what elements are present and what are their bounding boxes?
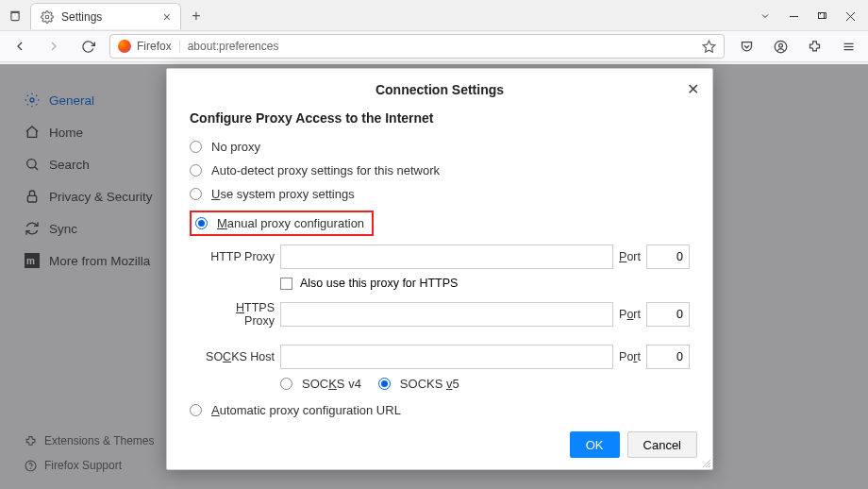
- firefox-brand: Firefox: [118, 40, 180, 53]
- https-proxy-input[interactable]: [280, 302, 613, 327]
- socks-host-row: SOCKS Host Port: [190, 341, 690, 373]
- option-no-proxy[interactable]: No proxy: [190, 135, 690, 159]
- socks-v4-option[interactable]: SOCKS v4: [280, 377, 361, 391]
- extensions-icon[interactable]: [802, 34, 826, 59]
- hamburger-menu-icon[interactable]: [836, 34, 860, 59]
- pocket-icon[interactable]: [734, 34, 759, 59]
- option-label: SOCKS v4: [302, 377, 361, 391]
- option-label: Auto-detect proxy settings for this netw…: [211, 163, 440, 177]
- https-port-input[interactable]: [646, 302, 690, 327]
- socks-host-input[interactable]: [280, 345, 613, 369]
- option-label: Use system proxy settings: [211, 187, 355, 201]
- option-auto-detect[interactable]: Auto-detect proxy settings for this netw…: [190, 159, 690, 182]
- https-proxy-label: HTTPS Proxy: [203, 301, 275, 328]
- option-use-system[interactable]: Use system proxy settings: [190, 182, 690, 206]
- url-text: about:preferences: [188, 40, 694, 53]
- close-icon[interactable]: ✕: [687, 80, 699, 98]
- option-label: Manual proxy configuration: [217, 216, 364, 230]
- ok-button[interactable]: OK: [570, 431, 620, 458]
- tab-row: Settings × +: [0, 0, 868, 30]
- http-port-input[interactable]: [646, 244, 690, 269]
- http-proxy-row: HTTP Proxy Port: [190, 241, 690, 273]
- maximize-button[interactable]: [808, 3, 836, 29]
- tab-close-icon[interactable]: ×: [163, 9, 171, 25]
- reload-button[interactable]: [75, 34, 100, 59]
- radio-selected-icon: [195, 217, 208, 229]
- brand-label: Firefox: [137, 40, 172, 53]
- browser-tab[interactable]: Settings ×: [30, 3, 181, 29]
- option-manual-proxy[interactable]: Manual proxy configuration: [190, 206, 690, 241]
- close-window-button[interactable]: [836, 3, 864, 29]
- minimize-button[interactable]: [779, 3, 808, 29]
- gear-icon: [41, 10, 54, 24]
- dialog-header: Connection Settings ✕: [167, 69, 712, 110]
- back-button[interactable]: [8, 34, 32, 59]
- port-label: Port: [619, 308, 641, 321]
- account-icon[interactable]: [768, 34, 793, 59]
- option-label: SOCKS v5: [400, 377, 459, 391]
- window-controls: [751, 3, 864, 29]
- socks-host-label: SOCKS Host: [203, 350, 275, 363]
- browser-chrome: Settings × + Firefox about:preferences: [0, 0, 868, 62]
- radio-icon: [190, 404, 202, 416]
- option-label: No proxy: [211, 140, 260, 154]
- tab-title: Settings: [61, 10, 156, 24]
- also-https-row[interactable]: Also use this proxy for HTTPS: [190, 273, 690, 297]
- highlight-box: Manual proxy configuration: [190, 211, 374, 236]
- connection-settings-dialog: Connection Settings ✕ Configure Proxy Ac…: [166, 68, 713, 470]
- option-label: Automatic proxy configuration URL: [211, 403, 401, 417]
- radio-icon: [190, 141, 202, 153]
- socks-v5-option[interactable]: SOCKS v5: [378, 377, 459, 391]
- svg-rect-0: [11, 13, 19, 21]
- radio-icon: [190, 164, 202, 177]
- checkbox-icon: [280, 278, 292, 290]
- http-proxy-label: HTTP Proxy: [203, 250, 275, 263]
- https-proxy-row: HTTPS Proxy Port: [190, 297, 690, 331]
- bookmark-star-icon[interactable]: [702, 40, 716, 54]
- checkbox-label: Also use this proxy for HTTPS: [300, 277, 458, 290]
- section-title: Configure Proxy Access to the Internet: [190, 110, 690, 126]
- dialog-title: Connection Settings: [167, 82, 712, 97]
- url-bar[interactable]: Firefox about:preferences: [109, 34, 725, 59]
- svg-point-1: [45, 15, 49, 19]
- cancel-button[interactable]: Cancel: [627, 431, 697, 458]
- dialog-footer: OK Cancel: [167, 422, 712, 469]
- http-proxy-input[interactable]: [280, 244, 613, 269]
- dialog-body: Configure Proxy Access to the Internet N…: [167, 110, 712, 422]
- port-label: Port: [619, 250, 641, 263]
- radio-icon: [280, 378, 292, 390]
- chevron-down-icon[interactable]: [751, 3, 779, 29]
- port-label: Port: [619, 350, 641, 363]
- radio-icon: [190, 188, 202, 200]
- socks-version-group: SOCKS v4 SOCKS v5: [190, 373, 690, 398]
- resize-grip-icon[interactable]: [701, 458, 710, 467]
- forward-button[interactable]: [42, 34, 66, 59]
- add-tab-button[interactable]: +: [185, 5, 208, 27]
- toolbar: Firefox about:preferences: [0, 30, 868, 62]
- firefox-icon: [118, 40, 131, 53]
- svg-marker-6: [703, 41, 715, 52]
- svg-rect-3: [818, 12, 824, 18]
- socks-port-input[interactable]: [646, 345, 690, 369]
- app-menu-icon[interactable]: [4, 5, 26, 27]
- radio-selected-icon: [378, 378, 391, 390]
- svg-point-8: [778, 43, 782, 47]
- option-auto-url[interactable]: Automatic proxy configuration URL: [190, 398, 690, 422]
